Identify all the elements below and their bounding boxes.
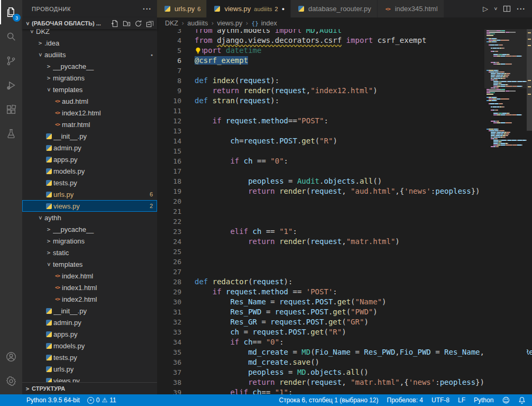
tree-item-index2.html[interactable]: index2.html bbox=[22, 293, 157, 305]
eol-setting[interactable]: LF bbox=[458, 396, 465, 404]
tree-item-admin.py[interactable]: admin.py bbox=[22, 142, 157, 154]
workspace-section-header[interactable]: (РАБОЧАЯ ОБЛАСТЬ) ... bbox=[22, 17, 157, 29]
editor-body: 3456789101112131415161718192021222324252… bbox=[157, 29, 532, 394]
tree-item-urls.py[interactable]: urls.py6 bbox=[22, 188, 157, 200]
tree-item-label: audiiits bbox=[44, 51, 148, 59]
tree-item-.idea[interactable]: .idea bbox=[22, 37, 157, 49]
tree-item-apps.py[interactable]: apps.py bbox=[22, 328, 157, 340]
minimap-slider[interactable] bbox=[484, 29, 527, 88]
tree-item-audiiits[interactable]: audiiits● bbox=[22, 49, 157, 60]
tree-item-urls.py[interactable]: urls.py bbox=[22, 363, 157, 375]
vertical-scrollbar[interactable] bbox=[527, 29, 532, 394]
tree-item-__init__.py[interactable]: __init__.py bbox=[22, 130, 157, 142]
activity-search-icon[interactable] bbox=[0, 24, 22, 49]
line-number: 13 bbox=[157, 126, 181, 136]
tab-urls.py[interactable]: urls.py6 bbox=[157, 0, 207, 17]
code-line: import datetime bbox=[195, 46, 532, 56]
tree-item-tests.py[interactable]: tests.py bbox=[22, 351, 157, 363]
tab-title: index345.html bbox=[395, 5, 438, 13]
code-line: elif ch == "1": bbox=[195, 227, 532, 237]
tree-item-views.py[interactable]: views.py bbox=[22, 375, 157, 382]
tab-views.py[interactable]: views.pyaudiiits2● bbox=[207, 0, 291, 17]
explorer-more-actions-icon[interactable] bbox=[143, 5, 152, 13]
line-number: 24 bbox=[157, 237, 181, 247]
code-line: Res_PWD = request.POST.get("PWD") bbox=[195, 307, 532, 317]
cursor-position[interactable]: Строка 6, столбец 1 (выбрано 12) bbox=[279, 396, 379, 404]
html-file-icon bbox=[55, 98, 60, 104]
collapse-all-icon[interactable] bbox=[146, 20, 154, 28]
tree-item-tests.py[interactable]: tests.py bbox=[22, 177, 157, 188]
code-area[interactable]: from aythh.models import MD,Auditfrom dj… bbox=[193, 29, 532, 394]
activity-extensions-icon[interactable] bbox=[0, 97, 22, 122]
tree-item-label: __pycache__ bbox=[53, 225, 153, 233]
breadcrumb-item-DKZ[interactable]: DKZ bbox=[165, 20, 178, 27]
tree-item-aud.html[interactable]: aud.html bbox=[22, 95, 157, 107]
activity-account-icon[interactable] bbox=[0, 345, 22, 369]
activity-testing-icon[interactable] bbox=[0, 122, 22, 146]
refresh-icon[interactable] bbox=[134, 20, 142, 28]
breadcrumb-symbol[interactable]: index bbox=[261, 20, 277, 27]
tree-item-models.py[interactable]: models.py bbox=[22, 340, 157, 351]
tree-item-label: apps.py bbox=[53, 156, 153, 164]
run-button[interactable]: ▷ bbox=[483, 5, 488, 13]
python-interpreter[interactable]: Python 3.9.5 64-bit bbox=[26, 396, 80, 404]
feedback-icon[interactable]: ☺ bbox=[502, 396, 510, 404]
explorer-header: ПРОВОДНИК bbox=[22, 0, 157, 17]
status-bar-right: Строка 6, столбец 1 (выбрано 12) Пробело… bbox=[279, 396, 532, 404]
tree-item-label: templates bbox=[53, 86, 153, 94]
tree-item-matr.html[interactable]: matr.html bbox=[22, 119, 157, 130]
tree-item-admin.py[interactable]: admin.py bbox=[22, 317, 157, 328]
chevron-down-icon bbox=[27, 29, 36, 35]
split-editor-icon[interactable] bbox=[503, 5, 511, 13]
breadcrumb-separator-icon: › bbox=[245, 20, 249, 27]
tree-item-__init__.py[interactable]: __init__.py bbox=[22, 305, 157, 317]
tree-item-__pycache__[interactable]: __pycache__ bbox=[22, 60, 157, 72]
tree-item-migrations[interactable]: migrations bbox=[22, 235, 157, 247]
new-folder-icon[interactable] bbox=[123, 20, 131, 28]
code-line: return render(request,"index12.html") bbox=[195, 86, 532, 96]
tree-item-templates[interactable]: templates bbox=[22, 84, 157, 95]
tree-item-__pycache__[interactable]: __pycache__ bbox=[22, 223, 157, 235]
code-line: if request.method=="POST": bbox=[195, 116, 532, 126]
dirty-indicator-icon[interactable]: ● bbox=[282, 6, 285, 12]
tree-item-index12.html[interactable]: index12.html bbox=[22, 107, 157, 119]
tree-item-static[interactable]: static bbox=[22, 247, 157, 258]
lightbulb-icon[interactable] bbox=[194, 47, 202, 55]
language-mode[interactable]: Python bbox=[474, 396, 493, 404]
problems-indicator[interactable]: 0 ⚠ 11 bbox=[87, 396, 116, 404]
tree-item-templates[interactable]: templates bbox=[22, 258, 157, 270]
line-number: 34 bbox=[157, 337, 181, 347]
tab-database_roouter.py[interactable]: database_roouter.py bbox=[291, 0, 378, 17]
editor-more-actions-icon[interactable] bbox=[517, 5, 526, 13]
tree-item-views.py[interactable]: views.py2 bbox=[22, 200, 157, 212]
code-line bbox=[195, 66, 532, 76]
breadcrumb-item-audiiits[interactable]: audiiits bbox=[187, 20, 208, 27]
tree-item-index.html[interactable]: index.html bbox=[22, 270, 157, 282]
line-number: 32 bbox=[157, 317, 181, 327]
run-dropdown-icon[interactable]: > bbox=[492, 7, 498, 10]
indentation-setting[interactable]: Пробелов: 4 bbox=[387, 396, 424, 404]
activity-run-and-debug-icon[interactable] bbox=[0, 73, 22, 97]
tree-item-migrations[interactable]: migrations bbox=[22, 72, 157, 84]
breadcrumb-item-views.py[interactable]: views.py bbox=[217, 20, 242, 27]
new-file-icon[interactable] bbox=[111, 20, 119, 28]
tree-item-aythh[interactable]: aythh bbox=[22, 212, 157, 223]
notifications-bell-icon[interactable] bbox=[518, 396, 526, 404]
tree-item-apps.py[interactable]: apps.py bbox=[22, 154, 157, 165]
activity-source-control-icon[interactable] bbox=[0, 49, 22, 73]
tab-index345.html[interactable]: index345.html bbox=[378, 0, 444, 17]
line-number: 17 bbox=[157, 166, 181, 176]
tree-item-models.py[interactable]: models.py bbox=[22, 165, 157, 177]
python-file-icon bbox=[46, 343, 52, 349]
line-number: 36 bbox=[157, 357, 181, 367]
html-file-icon bbox=[55, 273, 60, 278]
code-line bbox=[195, 106, 532, 116]
activity-explorer-icon[interactable]: 3 bbox=[0, 0, 22, 24]
activity-settings-icon[interactable] bbox=[0, 369, 22, 393]
tree-item-index1.html[interactable]: index1.html bbox=[22, 282, 157, 293]
outline-section-header[interactable]: СТРУКТУРА bbox=[22, 382, 157, 394]
chevron-right-icon bbox=[44, 249, 53, 256]
tree-item-DKZ[interactable]: DKZ bbox=[22, 29, 157, 37]
encoding-setting[interactable]: UTF-8 bbox=[432, 396, 450, 404]
minimap[interactable] bbox=[484, 29, 527, 394]
